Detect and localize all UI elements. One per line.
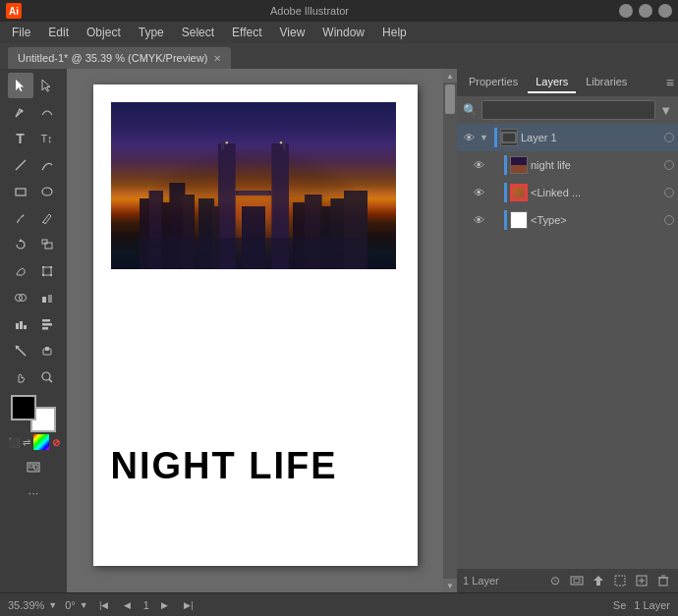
menu-effect[interactable]: Effect — [224, 24, 269, 41]
line-tool[interactable] — [8, 152, 33, 178]
nav-next-button[interactable]: ▶ — [157, 597, 173, 613]
slice-tool[interactable] — [8, 338, 33, 364]
tool-row-brush — [8, 205, 60, 231]
swap-colors-icon[interactable]: ⇌ — [23, 437, 30, 448]
pencil-tool[interactable] — [34, 205, 60, 231]
menu-file[interactable]: File — [4, 24, 38, 41]
nightlife-target-circle[interactable] — [664, 160, 674, 170]
artboard-tool[interactable] — [21, 455, 46, 480]
make-sublayer-icon[interactable] — [568, 572, 586, 589]
panel-bottom: 1 Layer ⊙ — [457, 569, 678, 592]
filter-icon[interactable]: ▼ — [659, 103, 672, 118]
nav-first-button[interactable]: |◀ — [96, 597, 112, 613]
linked-target-circle[interactable] — [664, 188, 674, 197]
menu-object[interactable]: Object — [79, 24, 129, 41]
foreground-color-box[interactable] — [11, 395, 36, 420]
svg-rect-19 — [16, 323, 19, 329]
panel-menu-icon[interactable]: ≡ — [666, 75, 674, 90]
menu-edit[interactable]: Edit — [40, 24, 77, 41]
scroll-up-arrow[interactable]: ▲ — [443, 69, 457, 83]
menu-bar: File Edit Object Type Select Effect View… — [0, 22, 678, 43]
default-colors-icon[interactable]: ⬛ — [8, 437, 20, 448]
svg-rect-33 — [34, 465, 37, 470]
type-tool[interactable]: T — [8, 126, 33, 151]
cityscape-svg — [111, 136, 396, 269]
direct-select-tool[interactable] — [34, 73, 60, 98]
maximize-button[interactable]: □ — [639, 4, 652, 18]
left-toolbar: T T↕ — [0, 69, 67, 592]
svg-rect-17 — [42, 297, 46, 303]
touch-type-tool[interactable]: T↕ — [34, 126, 60, 151]
arc-tool[interactable] — [34, 152, 60, 178]
sublayer-type[interactable]: 👁 <Type> — [457, 206, 678, 234]
close-button[interactable]: ✕ — [658, 4, 672, 18]
nightlife-name: night life — [531, 159, 661, 171]
template-icon[interactable] — [611, 572, 629, 589]
nav-prev-button[interactable]: ◀ — [120, 597, 136, 613]
tab-libraries[interactable]: Libraries — [578, 72, 635, 93]
ellipse-tool[interactable] — [34, 179, 60, 204]
live-paint-tool[interactable] — [34, 285, 60, 310]
artboard: NIGHT LIFE — [93, 84, 418, 566]
curvature-tool[interactable] — [34, 99, 60, 125]
free-transform-tool[interactable] — [34, 258, 60, 284]
nightlife-visibility-icon[interactable]: 👁 — [471, 157, 486, 173]
menu-type[interactable]: Type — [131, 24, 172, 41]
zoom-tool[interactable] — [34, 364, 60, 390]
nightlife-thumbnail — [510, 156, 528, 174]
minimize-button[interactable]: ─ — [619, 4, 633, 18]
pen-tool[interactable] — [8, 99, 33, 125]
eraser-tool[interactable] — [34, 338, 60, 364]
new-layer-icon[interactable] — [633, 572, 650, 589]
night-life-text: NIGHT LIFE — [111, 445, 338, 487]
sublayer-linked[interactable]: 👁 <Linked ... — [457, 179, 678, 206]
none-color-icon[interactable]: ⊘ — [52, 437, 60, 448]
menu-help[interactable]: Help — [374, 24, 415, 41]
menu-view[interactable]: View — [272, 24, 313, 41]
panel-bottom-actions: ⊙ — [546, 572, 672, 589]
svg-rect-12 — [50, 266, 52, 268]
column-graph-tool[interactable] — [8, 311, 33, 337]
layer1-visibility-icon[interactable]: 👁 — [461, 130, 477, 145]
brush-tool[interactable] — [8, 205, 33, 231]
layer1-target-circle[interactable] — [664, 133, 674, 142]
document-tab[interactable]: Untitled-1* @ 35.39 % (CMYK/Preview) ✕ — [8, 47, 231, 69]
shape-builder-tool[interactable] — [8, 285, 33, 310]
scale-tool[interactable] — [34, 232, 60, 257]
scroll-thumb-vertical[interactable] — [445, 84, 455, 114]
hand-tool[interactable] — [8, 364, 33, 390]
layer-row-layer1[interactable]: 👁 ▼ Layer 1 — [457, 124, 678, 151]
svg-rect-28 — [45, 347, 49, 351]
linked-visibility-icon[interactable]: 👁 — [471, 185, 486, 200]
layers-search-input[interactable] — [481, 100, 655, 120]
svg-point-5 — [42, 188, 52, 196]
sublayer-nightlife[interactable]: 👁 night life — [457, 151, 678, 179]
rectangle-tool[interactable] — [8, 179, 33, 204]
svg-line-30 — [49, 379, 52, 382]
layer1-expand-icon[interactable]: ▼ — [480, 133, 491, 142]
rotation-dropdown-icon[interactable]: ▼ — [80, 600, 88, 610]
menu-select[interactable]: Select — [174, 24, 222, 41]
delete-layer-icon[interactable] — [654, 572, 672, 589]
bar-graph-tool[interactable] — [34, 311, 60, 337]
status-layer-count: 1 Layer — [634, 599, 670, 611]
gradient-color-icon[interactable] — [33, 434, 49, 450]
scroll-down-arrow[interactable]: ▼ — [443, 579, 457, 592]
type-target-circle[interactable] — [664, 215, 674, 225]
vertical-scrollbar[interactable]: ▲ ▼ — [443, 69, 457, 592]
more-tools-icon[interactable]: ··· — [28, 485, 39, 500]
nav-last-button[interactable]: ▶| — [181, 597, 197, 613]
rotate-tool[interactable] — [8, 232, 33, 257]
tab-layers[interactable]: Layers — [528, 72, 576, 93]
menu-window[interactable]: Window — [314, 24, 372, 41]
tab-close-icon[interactable]: ✕ — [213, 53, 221, 64]
locate-object-icon[interactable]: ⊙ — [546, 572, 564, 589]
warp-tool[interactable] — [8, 258, 33, 284]
type-visibility-icon[interactable]: 👁 — [471, 212, 486, 228]
select-tool[interactable] — [8, 73, 33, 98]
tab-properties[interactable]: Properties — [461, 72, 526, 93]
panel-tab-group: Properties Layers Libraries — [461, 72, 635, 93]
move-to-layer-icon[interactable] — [590, 572, 607, 589]
zoom-dropdown-icon[interactable]: ▼ — [48, 600, 57, 610]
artboard-number: 1 — [143, 599, 149, 611]
